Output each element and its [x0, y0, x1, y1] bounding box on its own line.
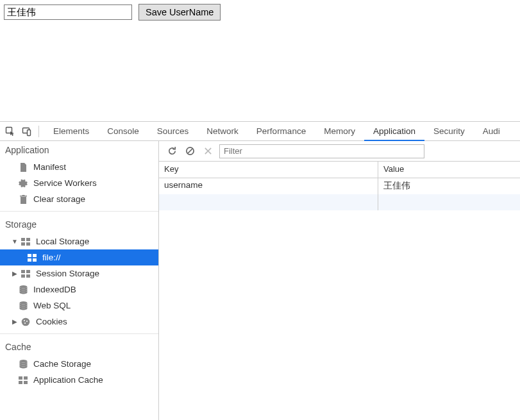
table-cell-key [159, 194, 378, 210]
svg-line-27 [187, 149, 192, 154]
sidebar-item-label: Local Storage [36, 237, 89, 246]
svg-rect-12 [26, 270, 30, 273]
storage-icon [21, 238, 31, 246]
storage-toolbar [159, 141, 520, 162]
tabbar-separator [38, 126, 39, 137]
sidebar-heading-application: Application [0, 141, 158, 159]
svg-point-17 [22, 317, 30, 326]
sidebar-item-label: Clear storage [33, 194, 85, 204]
sidebar-heading-cache: Cache [0, 338, 158, 356]
storage-table-header: Key Value [159, 162, 520, 178]
svg-rect-5 [21, 242, 25, 246]
svg-point-16 [19, 301, 27, 304]
svg-point-21 [19, 360, 27, 362]
sidebar-item-cache-storage[interactable]: Cache Storage [0, 356, 158, 372]
tab-elements[interactable]: Elements [44, 122, 98, 141]
sidebar-item-session-storage[interactable]: ▶ Session Storage [0, 265, 158, 281]
sidebar-item-service-workers[interactable]: Service Workers [0, 175, 158, 191]
sidebar-item-application-cache[interactable]: Application Cache [0, 372, 158, 388]
storage-table: Key Value username 王佳伟 [159, 162, 520, 420]
svg-rect-4 [26, 238, 30, 241]
table-cell-value: 王佳伟 [378, 178, 520, 194]
tab-security[interactable]: Security [424, 122, 474, 141]
gear-icon [18, 179, 28, 188]
devtools-body: Application Manifest Service Workers Cle… [0, 141, 520, 420]
disclosure-triangle-closed-icon: ▶ [12, 318, 18, 325]
storage-icon [21, 270, 31, 278]
sidebar-item-label: file:// [42, 253, 61, 262]
storage-table-rows: username 王佳伟 [159, 178, 520, 210]
sidebar-item-local-storage-file[interactable]: file:// [0, 249, 158, 265]
sidebar-divider [0, 211, 158, 212]
refresh-icon[interactable] [165, 145, 178, 158]
table-cell-value [378, 194, 520, 210]
sidebar-item-cookies[interactable]: ▶ Cookies [0, 314, 158, 330]
devtools-panel: Elements Console Sources Network Perform… [0, 121, 520, 420]
svg-rect-3 [21, 238, 25, 241]
trash-icon [18, 195, 28, 204]
svg-rect-22 [19, 376, 22, 380]
database-icon [18, 285, 28, 294]
sidebar-item-websql[interactable]: Web SQL [0, 298, 158, 314]
device-toolbar-icon[interactable] [21, 125, 33, 138]
storage-icon [18, 376, 28, 384]
sidebar-item-label: Manifest [33, 162, 66, 172]
storage-main: Key Value username 王佳伟 [159, 141, 520, 420]
sidebar-item-label: Session Storage [36, 269, 99, 278]
sidebar-item-label: Application Cache [33, 375, 103, 385]
svg-rect-8 [33, 254, 37, 257]
column-header-key[interactable]: Key [159, 162, 378, 178]
sidebar-heading-storage: Storage [0, 215, 158, 233]
svg-rect-10 [33, 258, 37, 262]
svg-rect-13 [21, 274, 25, 278]
username-input[interactable] [4, 4, 132, 20]
devtools-tabbar: Elements Console Sources Network Perform… [0, 122, 520, 141]
tab-audits[interactable]: Audi [474, 122, 509, 141]
svg-rect-6 [26, 242, 30, 246]
page-content: Save UserName [0, 0, 520, 24]
sidebar-item-label: Service Workers [33, 178, 97, 188]
sidebar-item-indexeddb[interactable]: IndexedDB [0, 281, 158, 298]
clear-all-icon[interactable] [183, 145, 196, 158]
tab-sources[interactable]: Sources [148, 122, 198, 141]
tab-performance[interactable]: Performance [247, 122, 315, 141]
storage-icon [27, 254, 37, 262]
tab-memory[interactable]: Memory [315, 122, 364, 141]
sidebar-item-label: Web SQL [33, 301, 71, 310]
svg-rect-25 [24, 381, 28, 384]
svg-point-18 [24, 320, 25, 321]
svg-rect-7 [28, 254, 31, 257]
svg-point-19 [26, 321, 28, 322]
disclosure-triangle-closed-icon: ▶ [12, 270, 18, 277]
database-icon [18, 301, 28, 310]
save-username-button[interactable]: Save UserName [138, 4, 221, 21]
sidebar-item-label: IndexedDB [33, 285, 76, 294]
svg-point-20 [24, 323, 26, 324]
tab-network[interactable]: Network [197, 122, 247, 141]
sidebar-item-manifest[interactable]: Manifest [0, 159, 158, 175]
svg-rect-24 [19, 381, 22, 384]
svg-rect-11 [21, 270, 25, 273]
sidebar-item-label: Cache Storage [33, 359, 91, 369]
sidebar-item-clear-storage[interactable]: Clear storage [0, 191, 158, 207]
column-header-value[interactable]: Value [378, 162, 520, 178]
delete-selected-icon[interactable] [201, 145, 214, 158]
tab-console[interactable]: Console [98, 122, 148, 141]
database-icon [18, 360, 28, 369]
svg-rect-2 [28, 130, 31, 135]
file-icon [18, 163, 28, 172]
svg-point-15 [19, 285, 27, 288]
sidebar-item-label: Cookies [36, 317, 67, 326]
sidebar-divider [0, 333, 158, 334]
disclosure-triangle-open-icon: ▼ [12, 238, 18, 245]
table-row[interactable] [159, 194, 520, 210]
svg-rect-23 [24, 376, 28, 380]
sidebar-item-local-storage[interactable]: ▼ Local Storage [0, 233, 158, 249]
tab-application[interactable]: Application [364, 122, 424, 141]
inspect-element-icon[interactable] [4, 125, 17, 138]
table-row[interactable]: username 王佳伟 [159, 178, 520, 194]
svg-rect-9 [28, 258, 31, 262]
application-sidebar: Application Manifest Service Workers Cle… [0, 141, 159, 420]
table-cell-key: username [159, 178, 378, 194]
filter-input[interactable] [219, 144, 424, 158]
